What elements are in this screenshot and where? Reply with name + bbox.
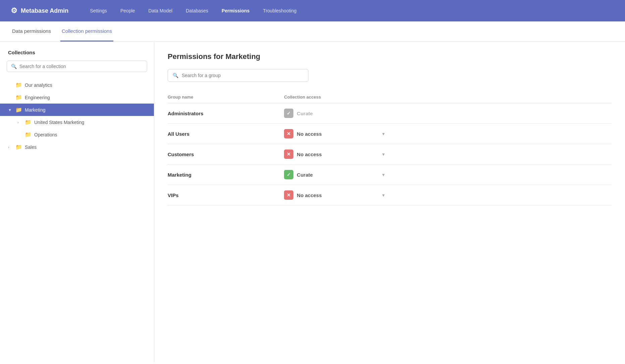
access-label: Curate — [297, 111, 313, 116]
collection-item-our-analytics[interactable]: 📁 Our analytics — [0, 79, 154, 91]
group-search-box[interactable]: 🔍 — [168, 69, 308, 82]
access-cell[interactable]: ✓ Curate ▾ — [284, 165, 612, 185]
chevron-right-icon: › — [8, 145, 13, 149]
collection-label: Our analytics — [25, 82, 52, 88]
nav-databases[interactable]: Databases — [180, 5, 214, 16]
brand-name: Metabase Admin — [21, 7, 68, 14]
collection-item-operations[interactable]: 📁 Operations — [0, 128, 154, 141]
collection-label: Sales — [25, 144, 37, 150]
col-group-name: Group name — [168, 91, 284, 103]
main-nav: Settings People Data Model Databases Per… — [84, 5, 302, 16]
brand: ⚙ Metabase Admin — [11, 6, 68, 15]
access-badge: ✓ — [284, 170, 293, 179]
content-area: Collections 🔍 📁 Our analytics 📁 Engineer… — [0, 42, 625, 362]
collections-title: Collections — [0, 50, 154, 55]
folder-icon: 📁 — [25, 119, 32, 125]
dropdown-chevron[interactable]: ▾ — [382, 193, 385, 198]
access-badge: ✓ — [284, 109, 293, 118]
access-label: No access — [297, 192, 322, 198]
collections-sidebar: Collections 🔍 📁 Our analytics 📁 Engineer… — [0, 42, 154, 362]
folder-icon: 📁 — [15, 82, 22, 88]
access-badge: ✕ — [284, 190, 293, 200]
dropdown-chevron[interactable]: ▾ — [382, 152, 385, 157]
collection-search-box[interactable]: 🔍 — [7, 61, 147, 72]
main-header: ⚙ Metabase Admin Settings People Data Mo… — [0, 0, 625, 21]
panel-title: Permissions for Marketing — [168, 52, 612, 61]
collection-item-engineering[interactable]: 📁 Engineering — [0, 91, 154, 104]
chevron-placeholder — [8, 96, 13, 100]
dropdown-chevron[interactable]: ▾ — [382, 131, 385, 136]
access-cell[interactable]: ✓ Curate — [284, 103, 612, 124]
tab-data-permissions[interactable]: Data permissions — [11, 21, 52, 42]
group-name-cell: Marketing — [168, 165, 284, 185]
group-name-cell: VIPs — [168, 185, 284, 205]
collection-search-input[interactable] — [19, 64, 143, 69]
nav-people[interactable]: People — [115, 5, 140, 16]
folder-icon: 📁 — [15, 107, 22, 113]
col-collection-access: Collection access — [284, 91, 612, 103]
tabs-bar: Data permissions Collection permissions — [0, 21, 625, 42]
folder-icon: 📁 — [25, 131, 32, 138]
permissions-panel: Permissions for Marketing 🔍 Group name C… — [154, 42, 625, 362]
dropdown-chevron[interactable]: ▾ — [382, 172, 385, 177]
main-container: Data permissions Collection permissions … — [0, 21, 625, 364]
folder-icon: 📁 — [15, 94, 22, 101]
chevron-right-icon: › — [17, 120, 22, 124]
nav-data-model[interactable]: Data Model — [143, 5, 178, 16]
chevron-down-icon: ▼ — [8, 108, 13, 112]
table-row: All Users ✕ No access ▾ — [168, 124, 612, 144]
group-name-cell: Administrators — [168, 103, 284, 124]
permissions-table: Group name Collection access Administrat… — [168, 91, 612, 205]
table-row: Marketing ✓ Curate ▾ — [168, 165, 612, 185]
search-icon: 🔍 — [11, 64, 17, 69]
nav-troubleshooting[interactable]: Troubleshooting — [258, 5, 302, 16]
group-name-cell: Customers — [168, 144, 284, 165]
access-cell[interactable]: ✕ No access ▾ — [284, 124, 612, 144]
access-cell[interactable]: ✕ No access ▾ — [284, 144, 612, 165]
chevron-placeholder — [8, 83, 13, 87]
group-name-cell: All Users — [168, 124, 284, 144]
chevron-placeholder — [17, 133, 22, 137]
collection-label: Marketing — [25, 107, 45, 113]
nav-settings[interactable]: Settings — [84, 5, 112, 16]
collection-label: Engineering — [25, 95, 50, 100]
nav-permissions[interactable]: Permissions — [216, 5, 255, 16]
access-label: No access — [297, 151, 322, 157]
access-label: Curate — [297, 172, 313, 178]
group-search-input[interactable] — [182, 73, 303, 78]
access-badge: ✕ — [284, 149, 293, 159]
access-badge: ✕ — [284, 129, 293, 138]
collection-item-marketing[interactable]: ▼ 📁 Marketing — [0, 104, 154, 116]
search-icon: 🔍 — [173, 73, 178, 78]
collection-label: United States Marketing — [34, 120, 84, 125]
table-row: VIPs ✕ No access ▾ — [168, 185, 612, 205]
collection-item-sales[interactable]: › 📁 Sales — [0, 141, 154, 153]
table-row: Customers ✕ No access ▾ — [168, 144, 612, 165]
folder-icon: 📁 — [15, 144, 22, 150]
collection-list: 📁 Our analytics 📁 Engineering ▼ 📁 Market… — [0, 79, 154, 153]
table-row: Administrators ✓ Curate — [168, 103, 612, 124]
access-label: No access — [297, 131, 322, 137]
tab-collection-permissions[interactable]: Collection permissions — [60, 21, 113, 42]
gear-icon: ⚙ — [11, 6, 17, 15]
collection-label: Operations — [34, 132, 57, 137]
collection-item-us-marketing[interactable]: › 📁 United States Marketing — [0, 116, 154, 128]
access-cell[interactable]: ✕ No access ▾ — [284, 185, 612, 205]
